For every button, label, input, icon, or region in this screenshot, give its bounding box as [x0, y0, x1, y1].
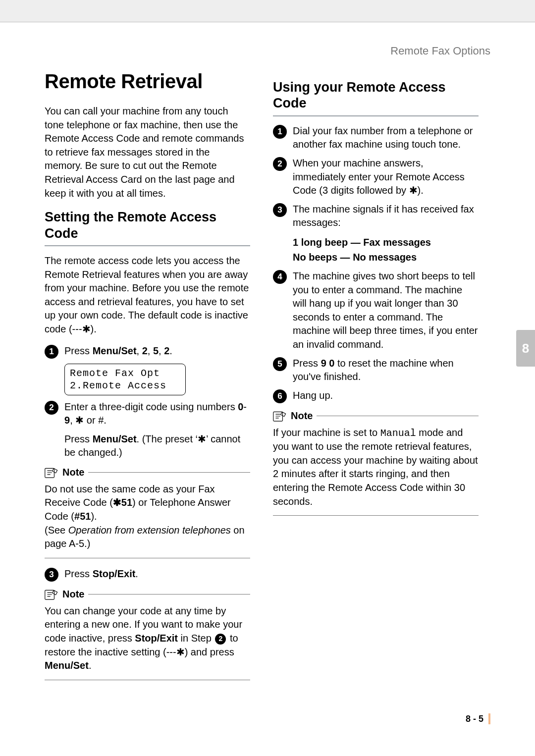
chapter-tab: 8	[516, 330, 535, 367]
lcd-display: Remote Fax Opt 2.Remote Access	[64, 364, 186, 395]
step-badge-3: 3	[273, 203, 287, 217]
text: Manual	[380, 428, 416, 439]
step-badge-5: 5	[273, 357, 287, 371]
note-line	[317, 416, 479, 416]
text: or #.	[84, 415, 107, 426]
text: 0	[238, 401, 243, 412]
text: ,	[159, 345, 164, 356]
step-badge-2: 2	[45, 401, 58, 415]
text: ).	[91, 324, 97, 334]
r-step-3-text: The machine signals if it has received f…	[293, 203, 479, 230]
text: Stop/Exit	[93, 568, 136, 579]
step-badge-6: 6	[273, 389, 287, 403]
section-rule	[273, 115, 479, 116]
r-step-5: 5 Press 9 0 to reset the machine when yo…	[273, 357, 479, 384]
r-step-4-text: The machine gives two short beeps to tel…	[293, 270, 479, 352]
text: ) and press	[185, 647, 234, 657]
star-icon: ✱	[75, 415, 84, 426]
text: mode and you want to use the remote retr…	[273, 427, 478, 507]
step-badge-4: 4	[273, 270, 287, 284]
step-3-text: Press Stop/Exit.	[64, 567, 250, 582]
r-step-6: 6 Hang up.	[273, 389, 479, 403]
signal-line-2: No beeps — No messages	[293, 250, 479, 265]
text: 9	[64, 415, 70, 426]
note-2-body: You can change your code at any time by …	[45, 604, 250, 673]
text: Press	[293, 358, 321, 369]
note-icon	[45, 467, 58, 479]
page-footer: 8 - 5	[466, 713, 490, 724]
step-badge-3: 3	[45, 568, 58, 582]
text: ,	[148, 345, 153, 356]
inline-step-badge: 2	[215, 634, 226, 645]
text: 9 0	[321, 358, 335, 369]
step-1: 1 Press Menu/Set, 2, 5, 2.	[45, 344, 250, 359]
note-end-rule	[273, 515, 479, 516]
section-heading-using: Using your Remote Access Code	[273, 79, 479, 111]
step-2-text: Enter a three-digit code using numbers 0…	[64, 400, 250, 460]
step-badge-1: 1	[45, 345, 58, 359]
text: The remote access code lets you access t…	[45, 255, 249, 334]
note-icon	[45, 589, 58, 600]
note-icon	[273, 410, 287, 422]
text: Menu/Set	[93, 345, 137, 356]
r-step-2-text: When your machine answers, immediately e…	[293, 157, 479, 198]
page-content: Remote Retrieval You can call your machi…	[45, 70, 490, 680]
setting-intro: The remote access code lets you access t…	[45, 254, 250, 336]
step-1-text: Press Menu/Set, 2, 5, 2.	[64, 344, 250, 359]
r-step-2: 2 When your machine answers, immediately…	[273, 157, 479, 198]
text: 51	[121, 497, 132, 508]
text: Enter a three-digit code using numbers	[64, 401, 238, 412]
r-step-1-text: Dial your fax number from a telephone or…	[293, 124, 479, 152]
note-1-body: Do not use the same code as your Fax Rec…	[45, 483, 250, 551]
text: Press	[64, 568, 93, 579]
footer-bar	[488, 713, 490, 724]
note-label: Note	[62, 589, 84, 600]
note-heading-1: Note	[45, 467, 250, 479]
text: ).	[91, 511, 97, 522]
text: Press	[64, 345, 93, 356]
text: When your machine answers, immediately e…	[293, 158, 465, 196]
note-right-body: If your machine is set to Manual mode an…	[273, 426, 479, 509]
step-badge-1: 1	[273, 125, 287, 139]
star-icon: ✱	[113, 497, 121, 508]
section-heading-setting: Setting the Remote Access Code	[45, 209, 250, 241]
page-number: 8 - 5	[466, 714, 483, 724]
step-2: 2 Enter a three-digit code using numbers…	[45, 400, 250, 460]
text: Menu/Set	[93, 433, 137, 444]
text: 2	[164, 345, 169, 356]
note-end-rule	[45, 558, 250, 558]
note-line	[88, 594, 250, 594]
text: in Step	[178, 633, 214, 644]
r-step-1: 1 Dial your fax number from a telephone …	[273, 124, 479, 152]
note-line	[88, 472, 250, 473]
star-icon: ✱	[82, 324, 91, 334]
text: ,	[137, 345, 142, 356]
note-label: Note	[291, 410, 313, 422]
text: Press	[64, 433, 93, 444]
signal-block: 1 long beep — Fax messages No beeps — No…	[293, 235, 479, 265]
text: If your machine is set to	[273, 427, 380, 438]
star-icon: ✱	[198, 433, 206, 444]
r-step-4: 4 The machine gives two short beeps to t…	[273, 270, 479, 352]
left-column: Remote Retrieval You can call your machi…	[45, 70, 250, 680]
text: .	[135, 568, 138, 579]
text: . (The preset ‘	[137, 433, 198, 444]
section-rule	[45, 245, 250, 246]
r-step-3: 3 The machine signals if it has received…	[273, 203, 479, 230]
r-step-6-text: Hang up.	[293, 389, 479, 403]
star-icon: ✱	[176, 647, 185, 657]
text: 2	[142, 345, 148, 356]
text: Stop/Exit	[135, 633, 178, 644]
page-title: Remote Retrieval	[45, 70, 250, 93]
signal-line-1: 1 long beep — Fax messages	[293, 235, 479, 250]
text: ,	[70, 415, 75, 426]
step-3: 3 Press Stop/Exit.	[45, 567, 250, 582]
r-step-5-text: Press 9 0 to reset the machine when you'…	[293, 357, 479, 384]
text: #51	[74, 511, 91, 522]
star-icon: ✱	[409, 185, 418, 196]
note-end-rule	[45, 680, 250, 680]
right-column: Using your Remote Access Code 1 Dial you…	[273, 70, 479, 680]
intro-paragraph: You can call your machine from any touch…	[45, 105, 250, 200]
text: Operation from extension telephones	[68, 525, 231, 536]
top-gray-band	[0, 0, 535, 22]
